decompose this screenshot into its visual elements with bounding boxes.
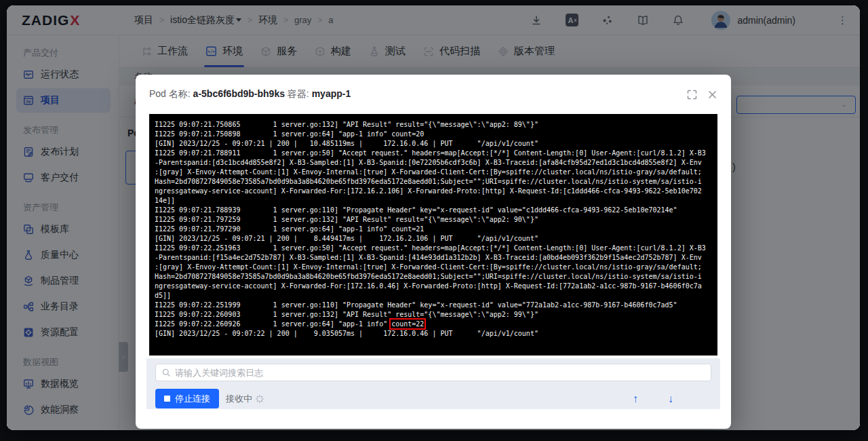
app-window: ZADIG X 项目 > istio全链路灰度 > 环境 > gray > a … <box>7 5 860 430</box>
log-terminal[interactable]: I1225 09:07:21.750865 1 server.go:132] "… <box>149 114 717 356</box>
container-label: 容器: <box>288 88 309 99</box>
close-icon[interactable] <box>707 90 717 100</box>
log-search-box[interactable] <box>155 364 711 381</box>
log-control-panel: 停止连接 接收中 ↑ ↓ <box>146 358 720 409</box>
modal-title: Pod 名称: a-5bc6f6bd9b-bh9ks 容器: myapp-1 <box>149 88 351 100</box>
scroll-to-bottom-button[interactable]: ↓ <box>668 394 673 404</box>
pod-name-label: Pod 名称: <box>149 88 191 99</box>
container-name-value: myapp-1 <box>312 88 351 99</box>
receiving-status-label: 接收中 <box>226 393 252 405</box>
pod-log-modal: Pod 名称: a-5bc6f6bd9b-bh9ks 容器: myapp-1 I… <box>136 75 731 429</box>
pod-name-value: a-5bc6f6bd9b-bh9ks <box>193 88 285 99</box>
fullscreen-icon[interactable] <box>686 89 698 100</box>
stop-icon <box>164 396 170 402</box>
search-icon <box>161 368 171 377</box>
log-highlight-box: count=22 <box>391 320 424 328</box>
stop-button-label: 停止连接 <box>175 393 210 405</box>
terminal-log: I1225 09:07:21.750865 1 server.go:132] "… <box>155 120 712 339</box>
log-panel-footer: 停止连接 接收中 ↑ ↓ <box>155 389 711 408</box>
loading-spinner-icon <box>256 395 264 403</box>
log-search-input[interactable] <box>175 368 705 378</box>
receiving-status: 接收中 <box>226 393 264 405</box>
stop-connection-button[interactable]: 停止连接 <box>155 389 219 408</box>
modal-header: Pod 名称: a-5bc6f6bd9b-bh9ks 容器: myapp-1 <box>136 75 731 114</box>
scroll-to-top-button[interactable]: ↑ <box>633 394 638 404</box>
